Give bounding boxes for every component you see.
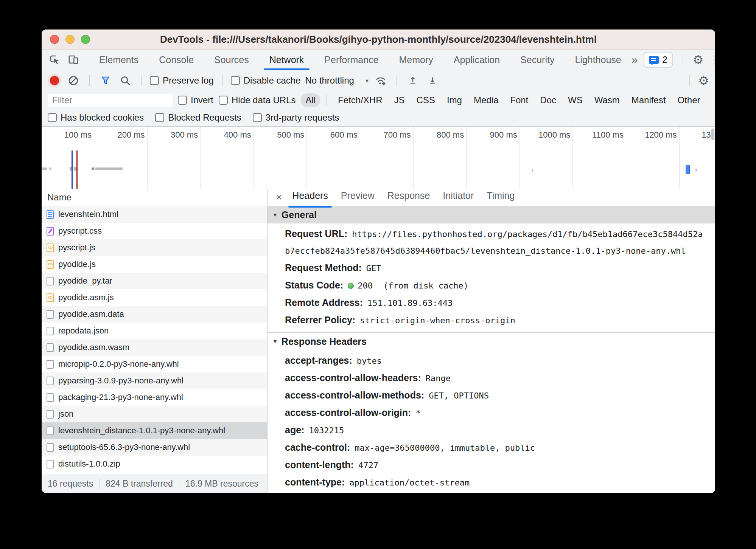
domcontentloaded-line (72, 150, 73, 189)
detail-tab-initiator[interactable]: Initiator (436, 187, 480, 208)
request-row[interactable]: levenshtein.html (42, 206, 267, 223)
filter-type-img[interactable]: Img (442, 93, 467, 107)
filter-type-css[interactable]: CSS (412, 93, 440, 107)
close-details-button[interactable]: × (268, 189, 286, 206)
header-value: 151.101.89.63:443 (367, 298, 453, 308)
general-section-header[interactable]: ▼ General (268, 206, 715, 223)
import-har-button[interactable] (405, 73, 420, 88)
filter-type-manifest[interactable]: Manifest (627, 93, 670, 107)
network-overview-timeline[interactable]: 100 ms200 ms300 ms400 ms500 ms600 ms700 … (42, 127, 715, 189)
filter-type-font[interactable]: Font (506, 93, 533, 107)
request-name: pyodide.js (58, 259, 96, 269)
more-tabs-button[interactable]: » (632, 53, 638, 66)
resource-type-filters: AllFetch/XHRJSCSSImgMediaFontDocWSWasmMa… (301, 93, 705, 107)
waterfall-bar (92, 167, 94, 170)
request-row[interactable]: pyodide.asm.wasm (42, 339, 267, 356)
script-file-icon (47, 260, 54, 269)
request-row[interactable]: levenshtein_distance-1.0.1-py3-none-any.… (42, 422, 267, 439)
header-key: content-length: (285, 459, 354, 470)
filter-type-other[interactable]: Other (673, 93, 705, 107)
tab-sources[interactable]: Sources (204, 50, 259, 70)
network-settings-button[interactable]: ⚙ (698, 74, 709, 87)
tab-security[interactable]: Security (510, 50, 565, 70)
detail-tab-response[interactable]: Response (381, 187, 437, 208)
filter-type-ws[interactable]: WS (563, 93, 587, 107)
name-column-header[interactable]: Name (42, 189, 267, 206)
request-row[interactable]: pyodide.asm.data (42, 306, 267, 323)
customize-devtools-button[interactable]: ⋮ (709, 54, 715, 65)
device-toolbar-button[interactable] (66, 52, 81, 67)
detail-tab-timing[interactable]: Timing (480, 187, 521, 208)
document-file-icon (47, 210, 54, 219)
header-value: 4727 (358, 461, 378, 470)
request-name: repodata.json (58, 326, 109, 336)
request-row[interactable]: pyscript.css (42, 223, 267, 239)
zoom-window-button[interactable] (81, 35, 90, 44)
divider (85, 54, 85, 65)
filter-toggle-button[interactable] (98, 73, 113, 88)
request-row[interactable]: packaging-21.3-py3-none-any.whl (42, 389, 267, 406)
close-window-button[interactable] (50, 35, 59, 44)
header-row: access-control-allow-origin:* (268, 404, 715, 422)
has-blocked-cookies-option[interactable]: Has blocked cookies (48, 112, 144, 123)
network-summary-bar: 16 requests824 B transferred16.9 MB reso… (42, 474, 267, 493)
timeline-tick: 800 ms (414, 127, 467, 189)
inspect-element-button[interactable] (47, 52, 62, 67)
request-name: distutils-1.0.0.zip (58, 459, 120, 469)
invert-option[interactable]: Invert (178, 95, 213, 105)
issues-count: 2 (662, 54, 667, 65)
response-headers-section-header[interactable]: ▼ Response Headers (268, 332, 715, 350)
network-conditions-button[interactable] (373, 73, 388, 88)
filter-input[interactable] (48, 94, 173, 107)
filter-type-media[interactable]: Media (469, 93, 503, 107)
blocked-requests-option[interactable]: Blocked Requests (155, 112, 241, 123)
filter-type-all[interactable]: All (301, 93, 320, 107)
tick-label: 500 ms (277, 127, 306, 140)
request-row[interactable]: repodata.json (42, 323, 267, 339)
search-network-button[interactable] (118, 73, 133, 88)
clear-network-log-button[interactable] (66, 73, 81, 88)
request-row[interactable]: pyscript.js (42, 239, 267, 256)
filter-type-doc[interactable]: Doc (535, 93, 561, 107)
timeline-tick: 100 ms (42, 127, 94, 189)
request-row[interactable]: pyparsing-3.0.9-py3-none-any.whl (42, 372, 267, 389)
filter-type-wasm[interactable]: Wasm (590, 93, 624, 107)
request-row[interactable]: pyodide.asm.js (42, 289, 267, 306)
record-network-log-button[interactable] (50, 76, 59, 85)
disable-cache-option[interactable]: Disable cache (231, 75, 301, 86)
timeline-scrollbar-thumb[interactable] (711, 129, 714, 140)
tab-network[interactable]: Network (259, 50, 314, 70)
preserve-log-option[interactable]: Preserve log (150, 75, 214, 86)
filter-type-js[interactable]: JS (390, 93, 409, 107)
request-row[interactable]: pyodide.js (42, 256, 267, 273)
waterfall-bar (532, 169, 533, 172)
tab-console[interactable]: Console (149, 50, 204, 70)
detail-tab-headers[interactable]: Headers (286, 187, 334, 208)
request-row[interactable]: distutils-1.0.0.zip (42, 456, 267, 472)
throttling-select[interactable]: No throttling ▾ (305, 75, 368, 86)
3rd-party-requests-option[interactable]: 3rd-party requests (253, 112, 339, 123)
export-har-button[interactable] (425, 73, 440, 88)
request-name: pyscript.css (58, 226, 102, 236)
hide-data-urls-option[interactable]: Hide data URLs (219, 95, 296, 105)
detail-tab-preview[interactable]: Preview (334, 187, 381, 208)
waterfall-bar (49, 167, 51, 170)
tab-performance[interactable]: Performance (314, 50, 389, 70)
request-row[interactable]: micropip-0.2.0-py3-none-any.whl (42, 356, 267, 372)
timeline-tick: 1200 ms (626, 127, 680, 189)
tab-memory[interactable]: Memory (389, 50, 443, 70)
waterfall-bar (695, 169, 697, 171)
request-row[interactable]: json (42, 406, 267, 422)
request-row[interactable]: setuptools-65.6.3-py3-none-any.whl (42, 439, 267, 456)
devtools-settings-button[interactable]: ⚙ (693, 54, 704, 66)
tab-lighthouse[interactable]: Lighthouse (565, 50, 631, 70)
tab-elements[interactable]: Elements (89, 50, 149, 70)
minimize-window-button[interactable] (65, 35, 75, 44)
request-row[interactable]: pyodide_py.tar (42, 273, 267, 289)
tab-application[interactable]: Application (443, 50, 510, 70)
divider (689, 75, 690, 86)
header-row: access-control-allow-headers:Range (268, 369, 715, 387)
filter-type-fetch-xhr[interactable]: Fetch/XHR (333, 93, 387, 107)
header-key: Request Method: (285, 262, 362, 273)
issues-badge[interactable]: 2 (644, 52, 672, 68)
